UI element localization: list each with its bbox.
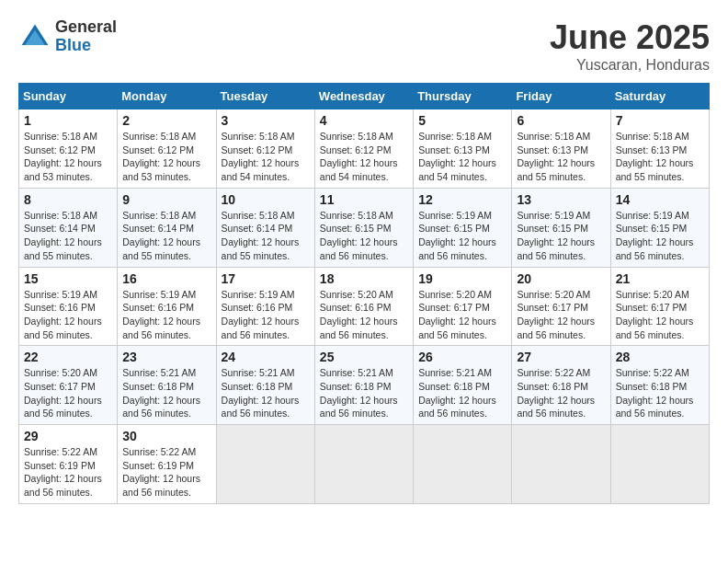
day-info: Sunrise: 5:22 AMSunset: 6:18 PMDaylight:… bbox=[616, 367, 694, 419]
day-info: Sunrise: 5:18 AMSunset: 6:13 PMDaylight:… bbox=[418, 131, 496, 182]
calendar-cell: 21 Sunrise: 5:20 AMSunset: 6:17 PMDaylig… bbox=[610, 267, 709, 346]
day-number: 20 bbox=[517, 271, 605, 286]
day-number: 14 bbox=[616, 192, 704, 207]
day-number: 30 bbox=[122, 429, 210, 443]
calendar-cell: 12 Sunrise: 5:19 AMSunset: 6:15 PMDaylig… bbox=[414, 188, 512, 267]
calendar-cell: 7 Sunrise: 5:18 AMSunset: 6:13 PMDayligh… bbox=[610, 109, 709, 189]
day-number: 21 bbox=[616, 271, 704, 286]
day-number: 13 bbox=[517, 192, 605, 207]
calendar-cell: 10 Sunrise: 5:18 AMSunset: 6:14 PMDaylig… bbox=[216, 188, 314, 267]
day-info: Sunrise: 5:22 AMSunset: 6:19 PMDaylight:… bbox=[24, 446, 102, 498]
day-number: 23 bbox=[122, 350, 210, 364]
calendar-cell: 13 Sunrise: 5:19 AMSunset: 6:15 PMDaylig… bbox=[512, 188, 610, 267]
calendar-subtitle: Yuscaran, Honduras bbox=[550, 57, 710, 74]
day-info: Sunrise: 5:22 AMSunset: 6:19 PMDaylight:… bbox=[122, 446, 200, 498]
day-info: Sunrise: 5:21 AMSunset: 6:18 PMDaylight:… bbox=[222, 367, 300, 419]
calendar-cell: 15 Sunrise: 5:19 AMSunset: 6:16 PMDaylig… bbox=[19, 267, 118, 346]
day-info: Sunrise: 5:21 AMSunset: 6:18 PMDaylight:… bbox=[320, 367, 398, 419]
calendar-cell: 30 Sunrise: 5:22 AMSunset: 6:19 PMDaylig… bbox=[118, 425, 216, 504]
day-headers-row: Sunday Monday Tuesday Wednesday Thursday… bbox=[19, 84, 710, 109]
day-number: 3 bbox=[222, 113, 310, 128]
day-number: 22 bbox=[24, 350, 112, 364]
calendar-cell: 16 Sunrise: 5:19 AMSunset: 6:16 PMDaylig… bbox=[118, 267, 216, 346]
day-number: 4 bbox=[320, 113, 408, 128]
logo-text: General Blue bbox=[55, 18, 117, 55]
day-number: 27 bbox=[517, 350, 605, 364]
calendar-week-row: 8 Sunrise: 5:18 AMSunset: 6:14 PMDayligh… bbox=[19, 188, 710, 267]
day-number: 1 bbox=[24, 113, 112, 128]
day-info: Sunrise: 5:20 AMSunset: 6:16 PMDaylight:… bbox=[320, 289, 398, 340]
calendar-cell: 5 Sunrise: 5:18 AMSunset: 6:13 PMDayligh… bbox=[414, 109, 512, 189]
day-info: Sunrise: 5:19 AMSunset: 6:15 PMDaylight:… bbox=[418, 210, 496, 261]
calendar-cell: 29 Sunrise: 5:22 AMSunset: 6:19 PMDaylig… bbox=[19, 425, 118, 504]
calendar-cell: 11 Sunrise: 5:18 AMSunset: 6:15 PMDaylig… bbox=[314, 188, 413, 267]
calendar-cell: 14 Sunrise: 5:19 AMSunset: 6:15 PMDaylig… bbox=[610, 188, 709, 267]
calendar-cell bbox=[216, 425, 314, 504]
day-number: 24 bbox=[222, 350, 310, 364]
calendar-cell: 3 Sunrise: 5:18 AMSunset: 6:12 PMDayligh… bbox=[216, 109, 314, 189]
day-number: 25 bbox=[320, 350, 408, 364]
day-info: Sunrise: 5:18 AMSunset: 6:12 PMDaylight:… bbox=[320, 131, 398, 182]
calendar-week-row: 1 Sunrise: 5:18 AMSunset: 6:12 PMDayligh… bbox=[19, 109, 710, 189]
day-number: 11 bbox=[320, 192, 408, 207]
day-number: 2 bbox=[122, 113, 210, 128]
header-sunday: Sunday bbox=[19, 84, 118, 109]
calendar-cell bbox=[512, 425, 610, 504]
day-info: Sunrise: 5:21 AMSunset: 6:18 PMDaylight:… bbox=[418, 367, 496, 419]
calendar-week-row: 22 Sunrise: 5:20 AMSunset: 6:17 PMDaylig… bbox=[19, 346, 710, 425]
day-info: Sunrise: 5:18 AMSunset: 6:12 PMDaylight:… bbox=[24, 131, 102, 182]
calendar-cell: 25 Sunrise: 5:21 AMSunset: 6:18 PMDaylig… bbox=[314, 346, 413, 425]
day-number: 16 bbox=[122, 271, 210, 286]
calendar-cell: 22 Sunrise: 5:20 AMSunset: 6:17 PMDaylig… bbox=[19, 346, 118, 425]
calendar-cell: 24 Sunrise: 5:21 AMSunset: 6:18 PMDaylig… bbox=[216, 346, 314, 425]
header-saturday: Saturday bbox=[610, 84, 709, 109]
day-number: 8 bbox=[24, 192, 112, 207]
day-info: Sunrise: 5:20 AMSunset: 6:17 PMDaylight:… bbox=[24, 367, 102, 419]
day-info: Sunrise: 5:18 AMSunset: 6:13 PMDaylight:… bbox=[517, 131, 595, 182]
title-area: June 2025 Yuscaran, Honduras bbox=[550, 18, 710, 74]
calendar-cell: 27 Sunrise: 5:22 AMSunset: 6:18 PMDaylig… bbox=[512, 346, 610, 425]
header-wednesday: Wednesday bbox=[314, 84, 413, 109]
day-info: Sunrise: 5:19 AMSunset: 6:16 PMDaylight:… bbox=[122, 289, 200, 340]
calendar-cell: 28 Sunrise: 5:22 AMSunset: 6:18 PMDaylig… bbox=[610, 346, 709, 425]
day-info: Sunrise: 5:18 AMSunset: 6:14 PMDaylight:… bbox=[222, 210, 300, 261]
day-info: Sunrise: 5:20 AMSunset: 6:17 PMDaylight:… bbox=[418, 289, 496, 340]
logo-general: General bbox=[55, 18, 117, 37]
calendar-title: June 2025 bbox=[550, 18, 710, 57]
day-number: 7 bbox=[616, 113, 704, 128]
calendar-cell: 19 Sunrise: 5:20 AMSunset: 6:17 PMDaylig… bbox=[414, 267, 512, 346]
day-number: 10 bbox=[222, 192, 310, 207]
day-info: Sunrise: 5:19 AMSunset: 6:15 PMDaylight:… bbox=[517, 210, 595, 261]
calendar-cell: 4 Sunrise: 5:18 AMSunset: 6:12 PMDayligh… bbox=[314, 109, 413, 189]
day-info: Sunrise: 5:18 AMSunset: 6:14 PMDaylight:… bbox=[24, 210, 102, 261]
calendar-cell: 2 Sunrise: 5:18 AMSunset: 6:12 PMDayligh… bbox=[118, 109, 216, 189]
calendar-week-row: 15 Sunrise: 5:19 AMSunset: 6:16 PMDaylig… bbox=[19, 267, 710, 346]
day-info: Sunrise: 5:18 AMSunset: 6:14 PMDaylight:… bbox=[122, 210, 200, 261]
header-thursday: Thursday bbox=[414, 84, 512, 109]
day-info: Sunrise: 5:18 AMSunset: 6:12 PMDaylight:… bbox=[222, 131, 300, 182]
logo-icon bbox=[18, 20, 51, 53]
day-number: 29 bbox=[24, 429, 112, 443]
day-info: Sunrise: 5:18 AMSunset: 6:15 PMDaylight:… bbox=[320, 210, 398, 261]
calendar-cell: 9 Sunrise: 5:18 AMSunset: 6:14 PMDayligh… bbox=[118, 188, 216, 267]
calendar-cell: 17 Sunrise: 5:19 AMSunset: 6:16 PMDaylig… bbox=[216, 267, 314, 346]
day-info: Sunrise: 5:21 AMSunset: 6:18 PMDaylight:… bbox=[122, 367, 200, 419]
calendar-cell: 6 Sunrise: 5:18 AMSunset: 6:13 PMDayligh… bbox=[512, 109, 610, 189]
day-number: 28 bbox=[616, 350, 704, 364]
calendar-cell: 1 Sunrise: 5:18 AMSunset: 6:12 PMDayligh… bbox=[19, 109, 118, 189]
day-info: Sunrise: 5:19 AMSunset: 6:16 PMDaylight:… bbox=[24, 289, 102, 340]
day-number: 5 bbox=[418, 113, 506, 128]
day-number: 15 bbox=[24, 271, 112, 286]
day-info: Sunrise: 5:20 AMSunset: 6:17 PMDaylight:… bbox=[517, 289, 595, 340]
calendar-table: Sunday Monday Tuesday Wednesday Thursday… bbox=[18, 83, 710, 504]
day-number: 12 bbox=[418, 192, 506, 207]
logo: General Blue bbox=[18, 18, 117, 55]
day-info: Sunrise: 5:18 AMSunset: 6:12 PMDaylight:… bbox=[122, 131, 200, 182]
header-friday: Friday bbox=[512, 84, 610, 109]
calendar-cell bbox=[610, 425, 709, 504]
day-number: 17 bbox=[222, 271, 310, 286]
day-info: Sunrise: 5:18 AMSunset: 6:13 PMDaylight:… bbox=[616, 131, 694, 182]
calendar-cell: 8 Sunrise: 5:18 AMSunset: 6:14 PMDayligh… bbox=[19, 188, 118, 267]
day-number: 9 bbox=[122, 192, 210, 207]
day-number: 19 bbox=[418, 271, 506, 286]
